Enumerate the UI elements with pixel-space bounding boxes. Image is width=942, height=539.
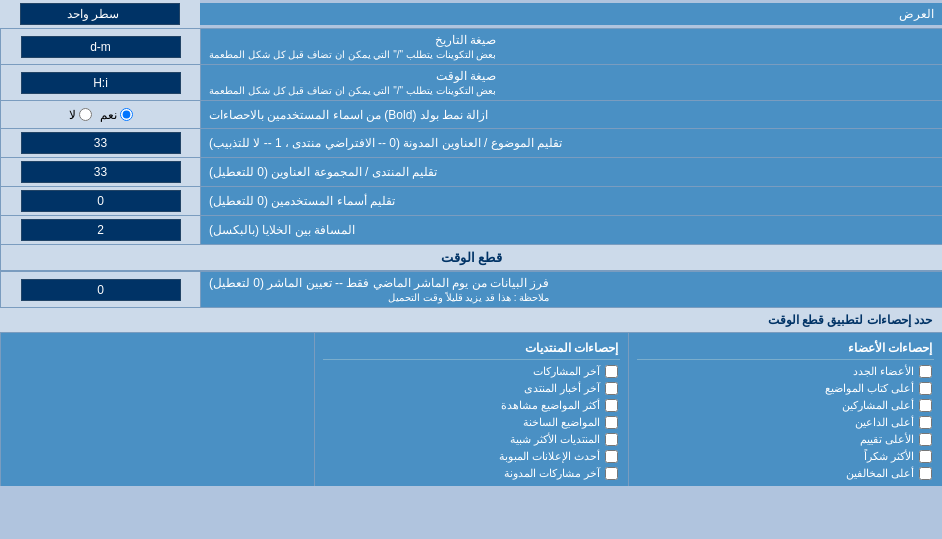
date-format-input[interactable]	[21, 36, 181, 58]
stats-col-forums: إحصاءات المنتديات آخر المشاركات آخر أخبا…	[314, 333, 628, 486]
radio-no-label: لا	[69, 108, 92, 122]
cb-hot-topics[interactable]	[605, 416, 618, 429]
stats-col-members: إحصاءات الأعضاء الأعضاء الجدد أعلى كتاب …	[628, 333, 942, 486]
remove-bold-radio-group: نعم لا	[69, 108, 133, 122]
radio-no[interactable]	[79, 108, 92, 121]
user-names-row: تقليم أسماء المستخدمين (0 للتعطيل)	[0, 187, 942, 216]
subject-address-input[interactable]	[21, 132, 181, 154]
cb-forum-news[interactable]	[605, 382, 618, 395]
remove-bold-label: ازالة نمط بولد (Bold) من اسماء المستخدمي…	[200, 101, 942, 128]
stats-col-empty	[0, 333, 314, 486]
stats-header-label: حدد إحصاءات لتطبيق قطع الوقت	[768, 313, 932, 327]
header-row: العرض سطر واحدسطرانثلاثة أسطر	[0, 0, 942, 29]
time-format-input[interactable]	[21, 72, 181, 94]
cell-distance-label: المسافة بين الخلايا (بالبكسل)	[200, 216, 942, 244]
checkbox-most-similar-forums: المنتديات الأكثر شبية	[323, 431, 620, 448]
checkbox-columns: إحصاءات الأعضاء الأعضاء الجدد أعلى كتاب …	[0, 333, 942, 486]
time-cut-label: فرز البيانات من يوم الماشر الماضي فقط --…	[200, 272, 942, 307]
forums-col-header: إحصاءات المنتديات	[323, 337, 620, 360]
date-format-input-wrap	[0, 29, 200, 64]
time-cut-row: فرز البيانات من يوم الماشر الماضي فقط --…	[0, 272, 942, 308]
checkbox-top-inviters: أعلى الداعين	[637, 414, 934, 431]
forum-address-input[interactable]	[21, 161, 181, 183]
time-cut-section-header: قطع الوقت	[0, 245, 942, 272]
radio-yes[interactable]	[120, 108, 133, 121]
stats-section: حدد إحصاءات لتطبيق قطع الوقت إحصاءات الأ…	[0, 308, 942, 486]
cell-distance-input[interactable]	[21, 219, 181, 241]
user-names-input[interactable]	[21, 190, 181, 212]
cb-most-thanked[interactable]	[919, 450, 932, 463]
forum-address-input-wrap	[0, 158, 200, 186]
user-names-label: تقليم أسماء المستخدمين (0 للتعطيل)	[200, 187, 942, 215]
cb-top-authors[interactable]	[919, 382, 932, 395]
remove-bold-input-wrap: نعم لا	[0, 101, 200, 128]
main-container: العرض سطر واحدسطرانثلاثة أسطر صيغة التار…	[0, 0, 942, 486]
checkbox-top-rated: الأعلى تقييم	[637, 431, 934, 448]
subject-address-input-wrap	[0, 129, 200, 157]
time-cut-input[interactable]	[21, 279, 181, 301]
checkbox-last-blog-posts: آخر مشاركات المدونة	[323, 465, 620, 482]
checkbox-most-thanked: الأكثر شكراً	[637, 448, 934, 465]
checkbox-new-members: الأعضاء الجدد	[637, 363, 934, 380]
cb-last-posts[interactable]	[605, 365, 618, 378]
subject-address-label: تقليم الموضوع / العناوين المدونة (0 -- ا…	[200, 129, 942, 157]
checkbox-forum-news: آخر أخبار المنتدى	[323, 380, 620, 397]
time-format-row: صيغة الوقت بعض التكوينات يتطلب "/" التي …	[0, 65, 942, 101]
cb-top-participators[interactable]	[919, 399, 932, 412]
cb-most-viewed[interactable]	[605, 399, 618, 412]
radio-yes-label: نعم	[100, 108, 133, 122]
subject-address-row: تقليم الموضوع / العناوين المدونة (0 -- ا…	[0, 129, 942, 158]
stats-header: حدد إحصاءات لتطبيق قطع الوقت	[0, 308, 942, 333]
date-format-row: صيغة التاريخ بعض التكوينات يتطلب "/" الت…	[0, 29, 942, 65]
time-format-label: صيغة الوقت بعض التكوينات يتطلب "/" التي …	[200, 65, 942, 100]
header-label: العرض	[200, 3, 942, 25]
checkbox-hot-topics: المواضيع الساخنة	[323, 414, 620, 431]
date-format-label: صيغة التاريخ بعض التكوينات يتطلب "/" الت…	[200, 29, 942, 64]
time-cut-input-wrap	[0, 272, 200, 307]
forum-address-row: تقليم المنتدى / المجموعة العناوين (0 للت…	[0, 158, 942, 187]
cb-latest-classifieds[interactable]	[605, 450, 618, 463]
checkbox-latest-classifieds: أحدث الإعلانات المبوبة	[323, 448, 620, 465]
cb-new-members[interactable]	[919, 365, 932, 378]
cb-top-rated[interactable]	[919, 433, 932, 446]
time-format-input-wrap	[0, 65, 200, 100]
checkbox-most-viewed: أكثر المواضيع مشاهدة	[323, 397, 620, 414]
remove-bold-row: ازالة نمط بولد (Bold) من اسماء المستخدمي…	[0, 101, 942, 129]
user-names-input-wrap	[0, 187, 200, 215]
cb-top-violators[interactable]	[919, 467, 932, 480]
members-col-header: إحصاءات الأعضاء	[637, 337, 934, 360]
checkbox-top-violators: أعلى المخالفين	[637, 465, 934, 482]
header-select-wrap: سطر واحدسطرانثلاثة أسطر	[0, 0, 200, 28]
cb-last-blog-posts[interactable]	[605, 467, 618, 480]
display-select[interactable]: سطر واحدسطرانثلاثة أسطر	[20, 3, 180, 25]
forum-address-label: تقليم المنتدى / المجموعة العناوين (0 للت…	[200, 158, 942, 186]
cell-distance-row: المسافة بين الخلايا (بالبكسل)	[0, 216, 942, 245]
time-cut-title: قطع الوقت	[0, 245, 942, 270]
checkbox-top-participators: أعلى المشاركين	[637, 397, 934, 414]
cb-top-inviters[interactable]	[919, 416, 932, 429]
cb-most-similar-forums[interactable]	[605, 433, 618, 446]
checkbox-top-authors: أعلى كتاب المواضيع	[637, 380, 934, 397]
checkbox-last-posts: آخر المشاركات	[323, 363, 620, 380]
cell-distance-input-wrap	[0, 216, 200, 244]
